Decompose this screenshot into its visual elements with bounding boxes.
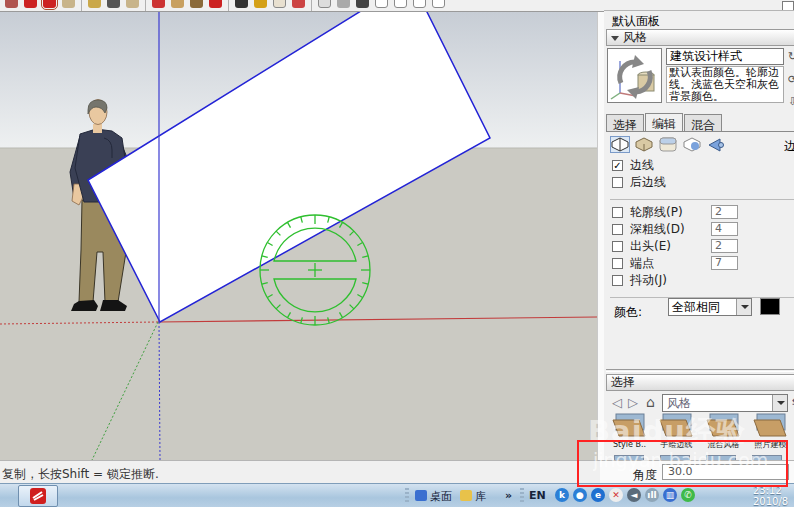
network-tray-icon[interactable]: ıll: [645, 488, 659, 502]
sketchup-taskbar-button[interactable]: [18, 485, 58, 507]
orbit-icon[interactable]: [254, 0, 267, 8]
notifier-tray-icon[interactable]: ●: [573, 488, 587, 502]
checkbox-后边线[interactable]: [612, 177, 623, 188]
dimension-icon[interactable]: [107, 0, 120, 8]
edge-settings-icon[interactable]: [610, 136, 630, 153]
create-style-icon[interactable]: ↻: [788, 50, 794, 62]
library-toolbar-label[interactable]: 库: [475, 489, 486, 504]
red-highlight-rectangle: [577, 440, 788, 487]
rotate-icon[interactable]: [43, 0, 56, 8]
toolbar-separator: [311, 0, 312, 12]
value-field-轮廓线(P)[interactable]: 2: [711, 205, 738, 219]
offset-icon[interactable]: [171, 0, 184, 8]
edge-color-dropdown[interactable]: 全部相同: [668, 298, 752, 316]
style-preview-graphic: [608, 49, 661, 102]
toolbar-overflow-chevron[interactable]: »: [505, 489, 512, 502]
volume-tray-icon[interactable]: ◄: [627, 488, 641, 502]
back-icon[interactable]: ◁: [612, 395, 622, 410]
panel-splitter[interactable]: [597, 12, 604, 460]
pan-icon[interactable]: [273, 0, 286, 8]
tab-选择[interactable]: 选择: [606, 114, 644, 131]
tape-measure-icon[interactable]: [88, 0, 101, 8]
storage-tray-icon[interactable]: ▥: [663, 488, 677, 502]
select-section-header[interactable]: 选择: [606, 374, 794, 391]
styles-section-header[interactable]: 风格: [606, 29, 794, 46]
background-settings-icon[interactable]: [658, 136, 678, 153]
edge-option-row: 后边线: [610, 175, 794, 192]
scene-graphics: [0, 12, 600, 460]
scale-icon[interactable]: [62, 0, 75, 8]
shadows-icon[interactable]: [337, 0, 350, 8]
forward-icon[interactable]: ▷: [628, 395, 638, 410]
rotated-rectangle-face[interactable]: [88, 12, 490, 322]
chevron-down-icon[interactable]: [736, 299, 751, 315]
im-tray-icon[interactable]: k: [555, 488, 569, 502]
value-field-出头(E)[interactable]: 2: [711, 239, 738, 253]
style-description-box[interactable]: 默认表面颜色。轮廓边线。浅蓝色天空和灰色背景颜色。: [666, 66, 784, 103]
clock-date: 2010/8: [753, 496, 788, 507]
style-name-input[interactable]: 建筑设计样式: [666, 48, 784, 65]
value-field-端点[interactable]: 7: [711, 256, 738, 270]
axes-icon[interactable]: [152, 0, 165, 8]
checkbox-抖动(J)[interactable]: [612, 275, 623, 286]
edge-color-row: 颜色: 全部相同: [610, 297, 794, 327]
pencil-icon[interactable]: [190, 0, 203, 8]
collapse-arrow-icon: [611, 36, 619, 41]
push-pull-icon[interactable]: [5, 0, 18, 8]
language-indicator[interactable]: EN: [529, 489, 546, 502]
red-axis: [158, 317, 597, 322]
panel-title: 默认面板: [612, 13, 660, 30]
toolbar-grip[interactable]: [405, 488, 409, 504]
drawing-viewport[interactable]: [0, 12, 600, 460]
checkbox-深粗线(D)[interactable]: [612, 224, 623, 235]
tab-编辑[interactable]: 编辑: [645, 113, 683, 132]
checkbox-label: 端点: [630, 256, 654, 271]
tab-混合[interactable]: 混合: [684, 114, 722, 131]
update-style-icon[interactable]: ⟳: [788, 73, 794, 85]
modeling-settings-icon[interactable]: [706, 136, 726, 153]
security-flag-tray-icon[interactable]: ✕: [609, 488, 623, 502]
view-front-icon[interactable]: [394, 0, 407, 8]
taskbar-clock[interactable]: 23:12 2010/8: [753, 485, 794, 507]
face-settings-icon[interactable]: [634, 136, 654, 153]
xray-icon[interactable]: [356, 0, 369, 8]
view-side-icon[interactable]: [413, 0, 426, 8]
desktop-toolbar-label[interactable]: 桌面: [430, 489, 452, 504]
checkbox-出头(E)[interactable]: [612, 241, 623, 252]
text-icon[interactable]: [209, 0, 222, 8]
watermark-settings-icon[interactable]: [682, 136, 702, 153]
zoom-icon[interactable]: [292, 0, 305, 8]
collection-dropdown[interactable]: 风格: [662, 394, 788, 412]
style-thumbnail[interactable]: [607, 48, 662, 103]
checkbox-轮廓线(P)[interactable]: [612, 207, 623, 218]
view-iso-icon[interactable]: [432, 0, 445, 8]
sketchup-window: 默认面板 风格 建筑设计样式 默认表面颜色。轮廓边线。浅蓝色天空和灰色背景颜色。…: [0, 0, 794, 507]
default-tray-panel: 默认面板 风格 建筑设计样式 默认表面颜色。轮廓边线。浅蓝色天空和灰色背景颜色。…: [604, 10, 794, 460]
edit-settings-toolbar: [610, 136, 726, 154]
drop-style-icon[interactable]: ⇩: [788, 95, 794, 107]
home-icon[interactable]: ⌂: [646, 394, 655, 410]
checkbox-label: 抖动(J): [630, 273, 667, 288]
section-plane-icon[interactable]: [318, 0, 331, 8]
checkbox-label: 轮廓线(P): [630, 205, 683, 220]
protractor-icon[interactable]: [126, 0, 139, 8]
edge-color-swatch[interactable]: [760, 298, 780, 315]
status-hint-text: 复制，长按Shift = 锁定推断.: [2, 466, 159, 483]
wechat-tray-icon[interactable]: ✆: [681, 488, 695, 502]
green-axis-negative: [92, 322, 158, 460]
person-shoe-right: [100, 300, 127, 311]
browser-tray-icon[interactable]: e: [591, 488, 605, 502]
checkbox-端点[interactable]: [612, 258, 623, 269]
section-divider: [606, 369, 794, 372]
paint-bucket-icon[interactable]: [235, 0, 248, 8]
styles-section-label: 风格: [623, 30, 647, 44]
checkbox-边线[interactable]: ✓: [612, 160, 623, 171]
style-tabs: 选择编辑混合: [606, 114, 794, 132]
move-icon[interactable]: [24, 0, 37, 8]
tray-grip[interactable]: [520, 488, 524, 504]
red-axis-negative: [0, 322, 158, 324]
chevron-down-icon[interactable]: [772, 395, 787, 411]
view-top-icon[interactable]: [375, 0, 388, 8]
collection-value: 风格: [667, 396, 691, 410]
value-field-深粗线(D)[interactable]: 4: [711, 222, 738, 236]
